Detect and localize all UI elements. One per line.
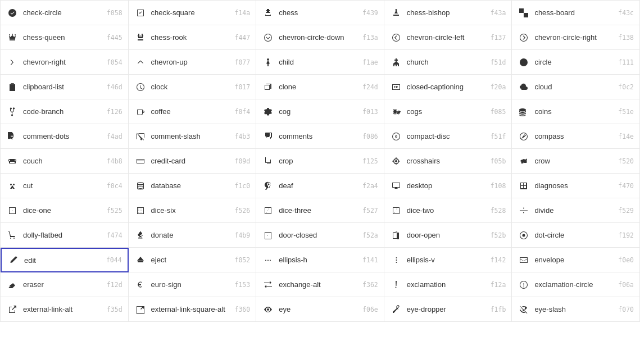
check-circle-code: f058 [107, 9, 122, 17]
icon-cell-eye-dropper[interactable]: eye-dropperf1fb [384, 297, 512, 322]
chess-queen-label: chess-queen [23, 33, 102, 42]
icon-cell-comment-dots[interactable]: comment-dotsf4ad [1, 124, 129, 149]
eject-label: eject [151, 256, 230, 264]
icon-cell-clock[interactable]: clockf017 [129, 75, 257, 99]
icon-cell-crosshairs[interactable]: crosshairsf05b [384, 149, 512, 174]
icon-cell-closed-captioning[interactable]: closed-captioningf20a [384, 75, 512, 99]
icon-cell-check-circle[interactable]: check-circlef058 [1, 1, 129, 25]
deaf-icon [262, 181, 274, 190]
dolly-flatbed-code: f474 [107, 231, 122, 239]
dolly-flatbed-icon [6, 231, 19, 240]
icon-cell-chess[interactable]: chessf439 [256, 1, 384, 25]
dot-circle-label: dot-circle [534, 231, 614, 239]
eye-dropper-label: eye-dropper [407, 305, 486, 313]
icon-cell-chevron-right[interactable]: chevron-rightf054 [1, 50, 129, 75]
icon-cell-cloud[interactable]: cloudf0c2 [512, 75, 640, 99]
exchange-alt-code: f362 [362, 281, 378, 289]
coins-label: coins [534, 107, 614, 116]
icon-cell-clone[interactable]: clonef24d [256, 75, 384, 99]
icon-cell-euro-sign[interactable]: euro-signf153 [129, 272, 257, 297]
icon-cell-code-branch[interactable]: code-branchf126 [1, 99, 129, 124]
icon-cell-crow[interactable]: crowf520 [512, 149, 640, 174]
crow-icon [518, 157, 530, 166]
icon-cell-chevron-circle-right[interactable]: chevron-circle-rightf138 [512, 25, 640, 50]
exchange-alt-icon [262, 280, 274, 289]
clipboard-list-icon [6, 83, 19, 92]
icon-cell-comments[interactable]: commentsf086 [256, 124, 384, 149]
icon-cell-dolly-flatbed[interactable]: dolly-flatbedf474 [1, 223, 129, 248]
chess-bishop-code: f43a [491, 9, 506, 17]
icon-cell-compass[interactable]: compassf14e [512, 124, 640, 149]
child-label: child [279, 58, 358, 66]
deaf-code: f2a4 [362, 182, 378, 190]
icon-cell-dice-three[interactable]: dice-threef527 [256, 198, 384, 223]
icon-cell-chevron-up[interactable]: chevron-upf077 [129, 50, 257, 75]
cut-icon [6, 181, 19, 190]
icon-cell-edit[interactable]: editf044 [1, 248, 129, 272]
icon-cell-credit-card[interactable]: credit-cardf09d [129, 149, 257, 174]
icon-cell-crop[interactable]: cropf125 [256, 149, 384, 174]
database-label: database [151, 181, 230, 190]
clone-label: clone [279, 83, 358, 91]
icon-cell-ellipsis-h[interactable]: ellipsis-hf141 [256, 248, 384, 272]
icon-cell-ellipsis-v[interactable]: ellipsis-vf142 [384, 248, 512, 272]
clock-icon [134, 83, 147, 92]
credit-card-label: credit-card [151, 157, 230, 165]
icon-cell-database[interactable]: databasef1c0 [129, 174, 257, 198]
external-link-square-alt-label: external-link-square-alt [151, 305, 230, 313]
icon-cell-exchange-alt[interactable]: exchange-altf362 [256, 272, 384, 297]
icon-cell-circle[interactable]: circlef111 [512, 50, 640, 75]
dice-two-label: dice-two [407, 206, 486, 215]
exclamation-circle-label: exclamation-circle [534, 280, 614, 289]
icon-cell-chess-rook[interactable]: chess-rookf447 [129, 25, 257, 50]
icon-cell-compact-disc[interactable]: compact-discf51f [384, 124, 512, 149]
icon-cell-comment-slash[interactable]: comment-slashf4b3 [129, 124, 257, 149]
icon-cell-chess-queen[interactable]: chess-queenf445 [1, 25, 129, 50]
icon-cell-desktop[interactable]: desktopf108 [384, 174, 512, 198]
icon-cell-diagnoses[interactable]: diagnosesf470 [512, 174, 640, 198]
edit-icon [7, 256, 20, 265]
icon-cell-external-link-square-alt[interactable]: external-link-square-altf360 [129, 297, 257, 322]
icon-cell-exclamation[interactable]: exclamationf12a [384, 272, 512, 297]
icon-cell-eject[interactable]: ejectf052 [129, 248, 257, 272]
icon-cell-chevron-circle-left[interactable]: chevron-circle-leftf137 [384, 25, 512, 50]
eye-dropper-code: f1fb [491, 306, 506, 313]
icon-cell-clipboard-list[interactable]: clipboard-listf46d [1, 75, 129, 99]
icon-cell-deaf[interactable]: deaff2a4 [256, 174, 384, 198]
comments-code: f086 [362, 133, 378, 140]
icon-cell-chevron-circle-down[interactable]: chevron-circle-downf13a [256, 25, 384, 50]
icon-cell-church[interactable]: churchf51d [384, 50, 512, 75]
icon-cell-exclamation-circle[interactable]: exclamation-circlef06a [512, 272, 640, 297]
icon-cell-coins[interactable]: coinsf51e [512, 99, 640, 124]
icon-cell-chess-bishop[interactable]: chess-bishopf43a [384, 1, 512, 25]
icon-cell-cogs[interactable]: cogsf085 [384, 99, 512, 124]
icon-cell-door-open[interactable]: door-openf52b [384, 223, 512, 248]
icon-cell-donate[interactable]: donatef4b9 [129, 223, 257, 248]
icon-cell-eraser[interactable]: eraserf12d [1, 272, 129, 297]
icon-cell-divide[interactable]: dividef529 [512, 198, 640, 223]
cut-label: cut [23, 181, 102, 190]
icon-cell-check-square[interactable]: check-squaref14a [129, 1, 257, 25]
crosshairs-icon [390, 157, 402, 166]
clock-label: clock [151, 83, 230, 91]
icon-cell-coffee[interactable]: coffeef0f4 [129, 99, 257, 124]
icon-cell-couch[interactable]: couchf4b8 [1, 149, 129, 174]
exclamation-label: exclamation [407, 280, 486, 289]
icon-cell-dice-six[interactable]: dice-sixf526 [129, 198, 257, 223]
door-closed-label: door-closed [279, 231, 358, 239]
icon-cell-chess-board[interactable]: chess-boardf43c [512, 1, 640, 25]
icon-cell-eye[interactable]: eyef06e [256, 297, 384, 322]
ellipsis-h-label: ellipsis-h [279, 256, 358, 264]
icon-cell-eye-slash[interactable]: eye-slashf070 [512, 297, 640, 322]
icon-cell-envelope[interactable]: envelopef0e0 [512, 248, 640, 272]
icon-cell-cut[interactable]: cutf0c4 [1, 174, 129, 198]
icon-cell-dot-circle[interactable]: dot-circlef192 [512, 223, 640, 248]
icon-cell-dice-one[interactable]: dice-onef525 [1, 198, 129, 223]
icon-cell-external-link-alt[interactable]: external-link-altf35d [1, 297, 129, 322]
chess-rook-icon [134, 33, 147, 42]
code-branch-icon [6, 107, 19, 116]
icon-cell-dice-two[interactable]: dice-twof528 [384, 198, 512, 223]
icon-cell-child[interactable]: childf1ae [256, 50, 384, 75]
icon-cell-cog[interactable]: cogf013 [256, 99, 384, 124]
icon-cell-door-closed[interactable]: door-closedf52a [256, 223, 384, 248]
